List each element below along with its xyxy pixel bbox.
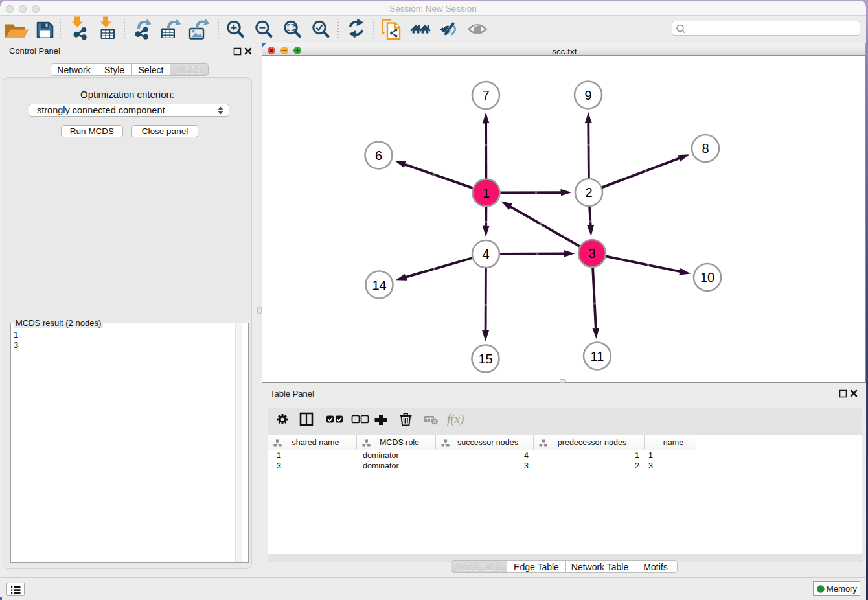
svg-text:10: 10 [700, 270, 714, 284]
svg-text:6: 6 [375, 148, 382, 163]
svg-text:8: 8 [702, 141, 709, 156]
svg-text:3: 3 [588, 246, 595, 260]
svg-text:4: 4 [482, 247, 489, 261]
svg-text:2: 2 [585, 185, 592, 200]
svg-text:9: 9 [584, 88, 591, 102]
svg-text:1: 1 [483, 186, 490, 200]
svg-text:7: 7 [482, 88, 489, 102]
svg-text:15: 15 [478, 352, 492, 366]
svg-text:f(x): f(x) [447, 412, 464, 426]
svg-text:11: 11 [591, 349, 604, 363]
svg-text:14: 14 [372, 278, 386, 292]
